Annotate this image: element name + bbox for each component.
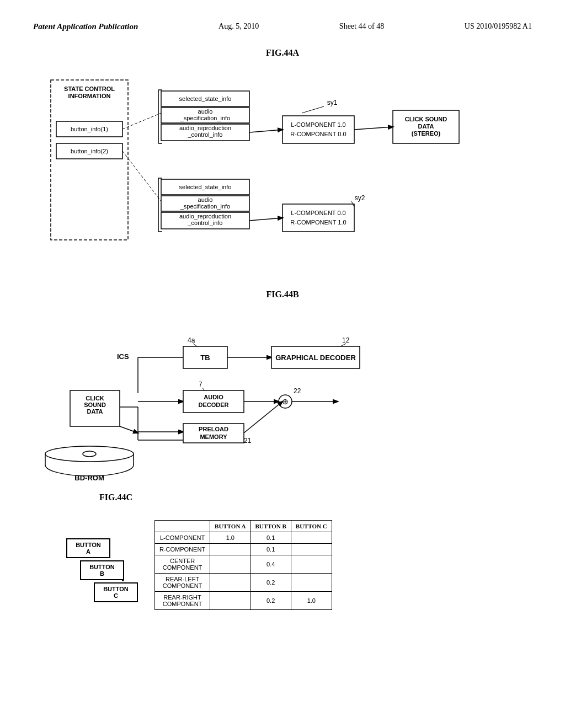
cell-value: 0.2	[250, 574, 291, 592]
cell-value	[210, 592, 250, 610]
fig44c-section: FIG.44C BUTTONA BUTTONB BUTTONC •	[33, 493, 532, 649]
cell-value	[210, 555, 250, 574]
table-row: L-COMPONENT1.00.1	[155, 532, 332, 544]
svg-text:ICS: ICS	[117, 352, 129, 361]
row-label: REAR-LEFT COMPONENT	[155, 574, 210, 592]
cell-value	[291, 555, 332, 574]
table-row: REAR-RIGHT COMPONENT0.21.0	[155, 592, 332, 610]
svg-text:SOUND: SOUND	[84, 402, 106, 408]
svg-text:button_info(1): button_info(1)	[71, 126, 108, 132]
svg-text:GRAPHICAL DECODER: GRAPHICAL DECODER	[275, 354, 356, 362]
svg-point-91	[83, 451, 96, 457]
svg-rect-34	[282, 204, 354, 232]
cell-value	[210, 544, 250, 555]
cell-value: 0.4	[250, 555, 291, 574]
svg-line-24	[249, 130, 282, 132]
svg-line-83	[120, 426, 138, 433]
cell-value: 0.1	[250, 532, 291, 544]
sheet-info: Sheet 44 of 48	[339, 22, 384, 31]
svg-text:R-COMPONENT 0.0: R-COMPONENT 0.0	[290, 131, 346, 137]
svg-text:12: 12	[342, 336, 350, 344]
svg-text:CLICK SOUND: CLICK SOUND	[405, 116, 447, 122]
svg-text:CLICK: CLICK	[86, 395, 104, 402]
button-b-box: BUTTONB	[80, 560, 124, 580]
svg-text:L-COMPONENT 0.0: L-COMPONENT 0.0	[291, 210, 345, 216]
svg-text:sy2: sy2	[355, 194, 365, 202]
svg-text:BD-ROM: BD-ROM	[74, 474, 104, 481]
cell-value	[210, 574, 250, 592]
svg-line-19	[302, 106, 324, 113]
svg-text:TB: TB	[200, 354, 210, 362]
row-label: CENTER COMPONENT	[155, 555, 210, 574]
patent-number: US 2010/0195982 A1	[465, 22, 532, 31]
row-label: L-COMPONENT	[155, 532, 210, 544]
svg-text:_control_info: _control_info	[188, 220, 223, 226]
cell-value	[291, 574, 332, 592]
row-label: R-COMPONENT	[155, 544, 210, 555]
row-label: REAR-RIGHT COMPONENT	[155, 592, 210, 610]
svg-line-39	[249, 218, 282, 221]
fig44c-title: FIG.44C	[99, 493, 138, 502]
col-button-c: BUTTON C	[291, 521, 332, 532]
svg-text:audio: audio	[198, 196, 213, 203]
svg-line-40	[122, 113, 161, 129]
svg-text:STATE CONTROL: STATE CONTROL	[64, 85, 115, 92]
svg-text:sy1: sy1	[327, 99, 338, 106]
svg-text:MEMORY: MEMORY	[200, 433, 227, 440]
svg-text:DECODER: DECODER	[198, 402, 228, 408]
svg-line-25	[354, 127, 393, 130]
svg-text:audio_reproduction: audio_reproduction	[179, 125, 231, 131]
svg-text:button_info(2): button_info(2)	[71, 148, 108, 154]
cell-value: 1.0	[210, 532, 250, 544]
svg-text:21: 21	[244, 437, 252, 445]
button-a-box: BUTTONA	[66, 538, 110, 558]
svg-rect-15	[282, 116, 354, 143]
svg-rect-0	[51, 80, 128, 240]
svg-text:audio_reproduction: audio_reproduction	[179, 213, 231, 220]
fig44c-table-container: BUTTON A BUTTON B BUTTON C L-COMPONENT1.…	[154, 520, 332, 649]
table-row: CENTER COMPONENT0.4	[155, 555, 332, 574]
svg-text:AUDIO: AUDIO	[204, 394, 223, 400]
publication-title: Patent Application Publication	[33, 22, 138, 31]
fig44a-diagram: STATE CONTROL INFORMATION button_info(1)…	[40, 63, 525, 273]
table-row: R-COMPONENT0.1	[155, 544, 332, 555]
fig44b-diagram: ICS TB 4a GRAPHICAL DECODER 12 7	[40, 305, 525, 481]
cell-value: 1.0	[291, 592, 332, 610]
svg-text:⊕: ⊕	[282, 397, 289, 406]
col-button-b: BUTTON B	[250, 521, 291, 532]
svg-text:_control_info: _control_info	[188, 131, 223, 138]
svg-text:(STEREO): (STEREO)	[412, 130, 441, 137]
cell-value: 0.1	[250, 544, 291, 555]
fig44c-table: BUTTON A BUTTON B BUTTON C L-COMPONENT1.…	[154, 520, 332, 610]
page-header: Patent Application Publication Aug. 5, 2…	[33, 22, 532, 31]
cell-value	[291, 532, 332, 544]
cell-value	[291, 544, 332, 555]
svg-text:selected_state_info: selected_state_info	[179, 95, 232, 102]
publication-date: Aug. 5, 2010	[218, 22, 259, 31]
svg-text:7: 7	[199, 381, 202, 388]
svg-text:PRELOAD: PRELOAD	[199, 426, 228, 432]
fig44a-title: FIG.44A	[33, 48, 532, 58]
svg-text:_specification_info: _specification_info	[180, 115, 231, 121]
svg-text:DATA: DATA	[87, 408, 103, 415]
fig44b-title: FIG.44B	[33, 290, 532, 299]
cell-value: 0.2	[250, 592, 291, 610]
table-row: REAR-LEFT COMPONENT0.2	[155, 574, 332, 592]
svg-text:22: 22	[294, 387, 301, 395]
svg-text:L-COMPONENT 1.0: L-COMPONENT 1.0	[291, 121, 345, 128]
svg-line-78	[244, 402, 282, 433]
svg-text:_specification_info: _specification_info	[180, 203, 231, 210]
button-c-box: BUTTONC	[94, 582, 138, 602]
svg-text:INFORMATION: INFORMATION	[68, 93, 111, 99]
svg-text:4a: 4a	[188, 336, 195, 344]
col-button-a: BUTTON A	[210, 521, 250, 532]
svg-text:selected_state_info: selected_state_info	[179, 184, 232, 190]
svg-text:audio: audio	[198, 108, 213, 115]
svg-text:R-COMPONENT 1.0: R-COMPONENT 1.0	[290, 219, 346, 226]
svg-text:DATA: DATA	[418, 123, 434, 130]
button-stack: BUTTONA BUTTONB BUTTONC •	[66, 538, 138, 649]
dot: •	[121, 576, 125, 586]
